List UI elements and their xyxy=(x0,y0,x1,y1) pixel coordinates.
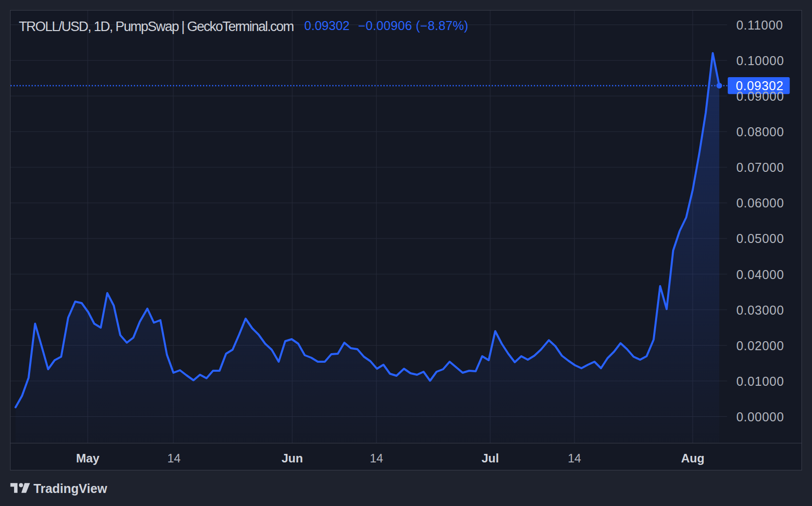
svg-text:Jun: Jun xyxy=(282,451,303,465)
svg-text:0.09000: 0.09000 xyxy=(736,89,784,103)
svg-text:0.06000: 0.06000 xyxy=(736,196,784,210)
svg-text:0.10000: 0.10000 xyxy=(736,54,784,68)
svg-text:14: 14 xyxy=(167,451,181,465)
svg-text:TROLL/USD, 1D, PumpSwap | Geck: TROLL/USD, 1D, PumpSwap | GeckoTerminal.… xyxy=(19,19,293,34)
svg-text:0.08000: 0.08000 xyxy=(736,125,784,139)
svg-text:0.02000: 0.02000 xyxy=(736,339,784,353)
svg-text:0.01000: 0.01000 xyxy=(736,374,784,388)
svg-text:0.00000: 0.00000 xyxy=(736,410,784,424)
svg-text:0.03000: 0.03000 xyxy=(736,303,784,317)
svg-text:0.07000: 0.07000 xyxy=(736,160,784,174)
svg-text:May: May xyxy=(76,451,100,465)
svg-text:14: 14 xyxy=(568,451,581,465)
svg-text:Jul: Jul xyxy=(482,451,499,465)
svg-text:−0.00906 (−8.87%): −0.00906 (−8.87%) xyxy=(358,19,469,33)
svg-text:Aug: Aug xyxy=(681,451,705,465)
svg-text:TradingView: TradingView xyxy=(34,481,107,495)
svg-text:0.04000: 0.04000 xyxy=(736,268,784,282)
svg-text:0.09302: 0.09302 xyxy=(304,19,349,33)
svg-text:0.11000: 0.11000 xyxy=(736,18,783,32)
svg-text:0.05000: 0.05000 xyxy=(736,231,784,245)
svg-text:14: 14 xyxy=(370,451,383,465)
